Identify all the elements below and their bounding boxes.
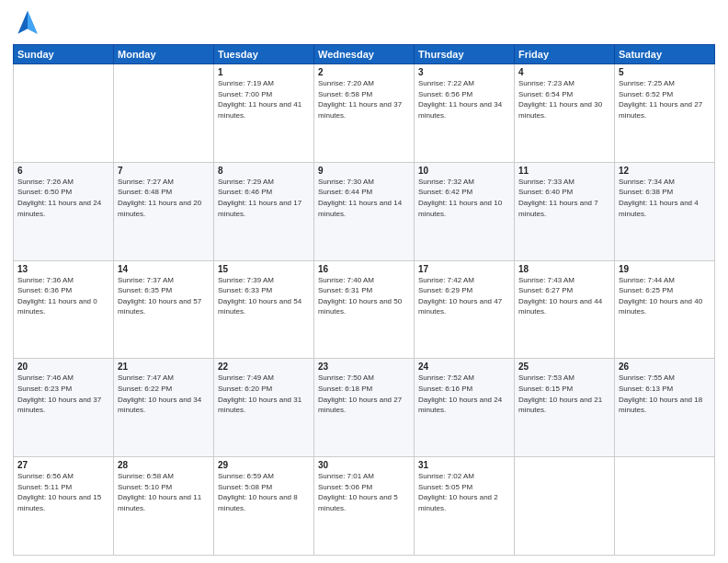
calendar-cell: 18Sunrise: 7:43 AMSunset: 6:27 PMDayligh… xyxy=(515,260,615,359)
day-info: Sunrise: 7:25 AMSunset: 6:52 PMDaylight:… xyxy=(619,78,711,121)
day-number: 31 xyxy=(418,460,510,470)
day-info: Sunrise: 7:39 AMSunset: 6:33 PMDaylight:… xyxy=(218,275,310,317)
calendar-cell: 8Sunrise: 7:29 AMSunset: 6:46 PMDaylight… xyxy=(214,162,314,260)
calendar-cell xyxy=(515,457,615,556)
calendar-cell: 12Sunrise: 7:34 AMSunset: 6:38 PMDayligh… xyxy=(615,162,715,260)
week-row-3: 13Sunrise: 7:36 AMSunset: 6:36 PMDayligh… xyxy=(14,260,715,359)
day-info: Sunrise: 7:23 AMSunset: 6:54 PMDaylight:… xyxy=(518,78,610,121)
calendar-cell: 3Sunrise: 7:22 AMSunset: 6:56 PMDaylight… xyxy=(415,64,515,163)
calendar-cell: 17Sunrise: 7:42 AMSunset: 6:29 PMDayligh… xyxy=(415,260,515,359)
weekday-header-friday: Friday xyxy=(515,45,615,64)
calendar-cell: 24Sunrise: 7:52 AMSunset: 6:16 PMDayligh… xyxy=(415,359,515,457)
day-info: Sunrise: 7:47 AMSunset: 6:22 PMDaylight:… xyxy=(118,373,210,415)
logo xyxy=(13,9,46,39)
day-number: 7 xyxy=(118,166,210,176)
calendar-table: SundayMondayTuesdayWednesdayThursdayFrid… xyxy=(13,44,715,556)
day-number: 12 xyxy=(619,166,711,176)
day-number: 24 xyxy=(418,362,510,372)
calendar-cell xyxy=(114,64,214,163)
day-info: Sunrise: 7:53 AMSunset: 6:15 PMDaylight:… xyxy=(518,373,610,415)
header xyxy=(13,9,715,39)
calendar-cell: 26Sunrise: 7:55 AMSunset: 6:13 PMDayligh… xyxy=(615,359,715,457)
weekday-header-tuesday: Tuesday xyxy=(214,45,314,64)
day-number: 25 xyxy=(518,362,610,372)
day-info: Sunrise: 7:43 AMSunset: 6:27 PMDaylight:… xyxy=(518,275,610,317)
calendar-cell: 16Sunrise: 7:40 AMSunset: 6:31 PMDayligh… xyxy=(314,260,415,359)
day-info: Sunrise: 7:33 AMSunset: 6:40 PMDaylight:… xyxy=(518,177,610,219)
day-info: Sunrise: 6:56 AMSunset: 5:11 PMDaylight:… xyxy=(17,471,109,513)
day-number: 30 xyxy=(318,460,410,470)
calendar-cell: 11Sunrise: 7:33 AMSunset: 6:40 PMDayligh… xyxy=(515,162,615,260)
day-number: 19 xyxy=(619,264,711,274)
day-number: 3 xyxy=(418,67,510,77)
calendar-cell: 30Sunrise: 7:01 AMSunset: 5:06 PMDayligh… xyxy=(314,457,415,556)
calendar-cell: 27Sunrise: 6:56 AMSunset: 5:11 PMDayligh… xyxy=(14,457,114,556)
day-number: 18 xyxy=(518,264,610,274)
week-row-5: 27Sunrise: 6:56 AMSunset: 5:11 PMDayligh… xyxy=(14,457,715,556)
week-row-2: 6Sunrise: 7:26 AMSunset: 6:50 PMDaylight… xyxy=(14,162,715,260)
day-number: 10 xyxy=(418,166,510,176)
day-info: Sunrise: 7:34 AMSunset: 6:38 PMDaylight:… xyxy=(619,177,711,219)
day-info: Sunrise: 7:52 AMSunset: 6:16 PMDaylight:… xyxy=(418,373,510,415)
day-number: 6 xyxy=(17,166,109,176)
day-number: 14 xyxy=(118,264,210,274)
day-info: Sunrise: 7:36 AMSunset: 6:36 PMDaylight:… xyxy=(17,275,109,317)
calendar-cell: 1Sunrise: 7:19 AMSunset: 7:00 PMDaylight… xyxy=(214,64,314,163)
calendar-cell: 9Sunrise: 7:30 AMSunset: 6:44 PMDaylight… xyxy=(314,162,415,260)
day-info: Sunrise: 7:40 AMSunset: 6:31 PMDaylight:… xyxy=(318,275,410,317)
calendar-cell: 10Sunrise: 7:32 AMSunset: 6:42 PMDayligh… xyxy=(415,162,515,260)
calendar-cell: 5Sunrise: 7:25 AMSunset: 6:52 PMDaylight… xyxy=(615,64,715,163)
day-info: Sunrise: 7:32 AMSunset: 6:42 PMDaylight:… xyxy=(418,177,510,219)
day-info: Sunrise: 7:42 AMSunset: 6:29 PMDaylight:… xyxy=(418,275,510,317)
weekday-header-saturday: Saturday xyxy=(615,45,715,64)
page: SundayMondayTuesdayWednesdayThursdayFrid… xyxy=(0,0,728,563)
day-number: 28 xyxy=(118,460,210,470)
day-number: 1 xyxy=(218,67,310,77)
day-info: Sunrise: 7:46 AMSunset: 6:23 PMDaylight:… xyxy=(17,373,109,415)
day-info: Sunrise: 7:29 AMSunset: 6:46 PMDaylight:… xyxy=(218,177,310,219)
day-number: 20 xyxy=(17,362,109,372)
day-number: 22 xyxy=(218,362,310,372)
day-number: 13 xyxy=(17,264,109,274)
calendar-cell xyxy=(615,457,715,556)
day-number: 21 xyxy=(118,362,210,372)
svg-marker-1 xyxy=(28,11,38,34)
calendar-cell: 31Sunrise: 7:02 AMSunset: 5:05 PMDayligh… xyxy=(415,457,515,556)
day-info: Sunrise: 7:44 AMSunset: 6:25 PMDaylight:… xyxy=(619,275,711,317)
day-info: Sunrise: 7:50 AMSunset: 6:18 PMDaylight:… xyxy=(318,373,410,415)
calendar-cell: 20Sunrise: 7:46 AMSunset: 6:23 PMDayligh… xyxy=(14,359,114,457)
calendar-cell: 13Sunrise: 7:36 AMSunset: 6:36 PMDayligh… xyxy=(14,260,114,359)
weekday-header-wednesday: Wednesday xyxy=(314,45,415,64)
calendar-cell: 23Sunrise: 7:50 AMSunset: 6:18 PMDayligh… xyxy=(314,359,415,457)
day-number: 5 xyxy=(619,67,711,77)
day-info: Sunrise: 7:01 AMSunset: 5:06 PMDaylight:… xyxy=(318,471,410,513)
day-info: Sunrise: 7:26 AMSunset: 6:50 PMDaylight:… xyxy=(17,177,109,219)
weekday-header-row: SundayMondayTuesdayWednesdayThursdayFrid… xyxy=(14,45,715,64)
calendar-cell: 21Sunrise: 7:47 AMSunset: 6:22 PMDayligh… xyxy=(114,359,214,457)
day-info: Sunrise: 7:55 AMSunset: 6:13 PMDaylight:… xyxy=(619,373,711,415)
day-info: Sunrise: 7:19 AMSunset: 7:00 PMDaylight:… xyxy=(218,78,310,121)
day-info: Sunrise: 7:49 AMSunset: 6:20 PMDaylight:… xyxy=(218,373,310,415)
day-number: 11 xyxy=(518,166,610,176)
logo-icon xyxy=(13,9,42,39)
day-number: 2 xyxy=(318,67,410,77)
week-row-1: 1Sunrise: 7:19 AMSunset: 7:00 PMDaylight… xyxy=(14,64,715,163)
day-number: 4 xyxy=(518,67,610,77)
day-number: 17 xyxy=(418,264,510,274)
day-number: 16 xyxy=(318,264,410,274)
day-number: 23 xyxy=(318,362,410,372)
calendar-cell xyxy=(14,64,114,163)
day-info: Sunrise: 7:27 AMSunset: 6:48 PMDaylight:… xyxy=(118,177,210,219)
day-info: Sunrise: 6:59 AMSunset: 5:08 PMDaylight:… xyxy=(218,471,310,513)
day-info: Sunrise: 6:58 AMSunset: 5:10 PMDaylight:… xyxy=(118,471,210,513)
calendar-cell: 22Sunrise: 7:49 AMSunset: 6:20 PMDayligh… xyxy=(214,359,314,457)
calendar-cell: 29Sunrise: 6:59 AMSunset: 5:08 PMDayligh… xyxy=(214,457,314,556)
calendar-cell: 19Sunrise: 7:44 AMSunset: 6:25 PMDayligh… xyxy=(615,260,715,359)
calendar-cell: 6Sunrise: 7:26 AMSunset: 6:50 PMDaylight… xyxy=(14,162,114,260)
day-info: Sunrise: 7:02 AMSunset: 5:05 PMDaylight:… xyxy=(418,471,510,513)
day-info: Sunrise: 7:30 AMSunset: 6:44 PMDaylight:… xyxy=(318,177,410,219)
day-number: 9 xyxy=(318,166,410,176)
weekday-header-sunday: Sunday xyxy=(14,45,114,64)
calendar-cell: 7Sunrise: 7:27 AMSunset: 6:48 PMDaylight… xyxy=(114,162,214,260)
calendar-cell: 14Sunrise: 7:37 AMSunset: 6:35 PMDayligh… xyxy=(114,260,214,359)
